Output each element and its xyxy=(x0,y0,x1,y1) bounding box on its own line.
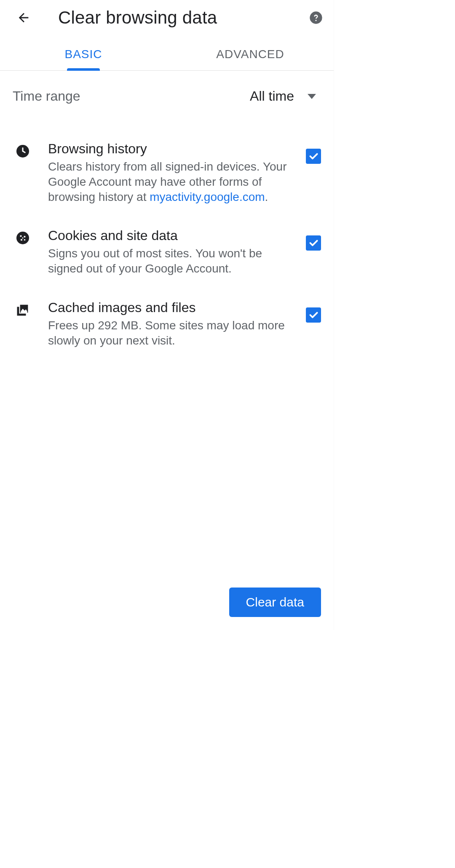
time-range-dropdown[interactable]: All time xyxy=(250,88,316,104)
option-title: Browsing history xyxy=(48,141,293,157)
cache-checkbox[interactable] xyxy=(306,307,321,323)
check-icon xyxy=(308,151,319,162)
tab-advanced[interactable]: ADVANCED xyxy=(167,38,334,70)
option-title: Cached images and files xyxy=(48,300,293,315)
check-icon xyxy=(308,238,319,248)
option-title: Cookies and site data xyxy=(48,228,293,243)
option-browsing-history[interactable]: Browsing history Clears history from all… xyxy=(13,129,321,216)
tab-basic[interactable]: BASIC xyxy=(0,38,167,70)
header-bar: Clear browsing data xyxy=(0,0,334,38)
svg-point-4 xyxy=(24,236,25,238)
options-list: Browsing history Clears history from all… xyxy=(0,117,334,360)
option-description: Signs you out of most sites. You won't b… xyxy=(48,246,293,276)
images-icon xyxy=(15,302,30,318)
time-range-value: All time xyxy=(250,88,294,104)
clear-data-button[interactable]: Clear data xyxy=(229,588,321,617)
myactivity-link[interactable]: myactivity.google.com xyxy=(150,190,265,203)
svg-point-3 xyxy=(20,235,21,237)
cookies-checkbox[interactable] xyxy=(306,235,321,251)
chevron-down-icon xyxy=(308,94,316,99)
cookie-icon xyxy=(15,230,30,246)
tabs: BASIC ADVANCED xyxy=(0,38,334,71)
svg-point-5 xyxy=(21,239,22,241)
page-title: Clear browsing data xyxy=(58,8,217,28)
option-description: Clears history from all signed-in device… xyxy=(48,159,293,204)
browsing-history-checkbox[interactable] xyxy=(306,149,321,164)
svg-point-7 xyxy=(22,238,24,239)
svg-point-6 xyxy=(24,239,26,241)
check-icon xyxy=(308,310,319,320)
time-range-label: Time range xyxy=(13,88,80,104)
option-description: Frees up 292 MB. Some sites may load mor… xyxy=(48,318,293,348)
arrow-left-icon xyxy=(16,11,31,25)
time-range-row: Time range All time xyxy=(0,71,334,117)
option-cookies[interactable]: Cookies and site data Signs you out of m… xyxy=(13,216,321,288)
help-icon xyxy=(309,11,323,24)
history-icon xyxy=(15,144,30,159)
help-button[interactable] xyxy=(308,10,324,25)
back-button[interactable] xyxy=(13,8,34,28)
option-cache[interactable]: Cached images and files Frees up 292 MB.… xyxy=(13,288,321,360)
